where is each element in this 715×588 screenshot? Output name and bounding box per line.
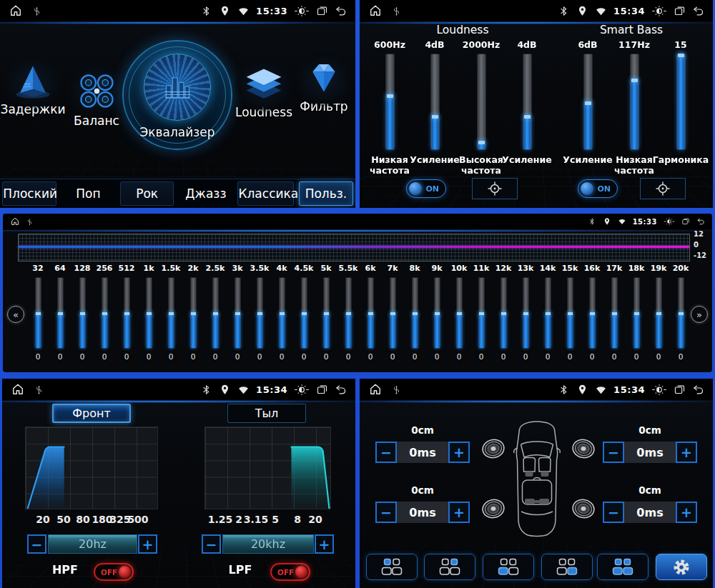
eq-band-slider[interactable] — [478, 277, 485, 349]
slider-track[interactable] — [523, 54, 532, 150]
loudness-slider[interactable]: 4dB Усиление — [412, 39, 458, 166]
eq-band[interactable]: 2.5k 0 — [204, 264, 227, 361]
eq-band[interactable]: 4k 0 — [270, 264, 293, 361]
eq-band[interactable]: 15k 0 — [558, 264, 581, 361]
eq-band[interactable]: 13k 0 — [514, 264, 537, 361]
hpf-off-toggle[interactable]: OFF — [94, 563, 134, 581]
preset-tab-Поп[interactable]: Поп — [61, 181, 116, 206]
delay-increase-button[interactable]: + — [448, 502, 470, 523]
preset-tab-Джазз[interactable]: Джазз — [179, 181, 233, 206]
eq-band[interactable]: 11k 0 — [470, 264, 493, 361]
slider-track[interactable] — [583, 54, 593, 150]
delay-decrease-button[interactable]: − — [375, 442, 397, 463]
eq-band-slider[interactable] — [168, 277, 174, 349]
eq-band[interactable]: 5.5k 0 — [337, 264, 360, 361]
eq-band[interactable]: 9k 0 — [425, 264, 448, 361]
slider-track[interactable] — [385, 54, 395, 150]
hpf-frequency-slider[interactable]: 20hz — [48, 534, 137, 554]
loudness-slider[interactable]: 15 Гармоника — [658, 39, 704, 166]
eq-band[interactable]: 17k 0 — [603, 264, 626, 361]
eq-band-slider[interactable] — [102, 277, 108, 349]
settings-button[interactable] — [656, 554, 707, 580]
brightness-icon[interactable] — [664, 216, 675, 226]
lpf-decrease-button[interactable]: − — [202, 534, 221, 554]
eq-band-slider[interactable] — [633, 277, 640, 349]
menu-item-equalizer[interactable]: Эквалайзер — [122, 40, 232, 150]
preset-tab-Польз.[interactable]: Польз. — [299, 181, 353, 206]
slider-track[interactable] — [630, 54, 639, 150]
page-left-button[interactable]: « — [7, 306, 24, 323]
home-icon[interactable] — [368, 382, 383, 397]
eq-band-slider[interactable] — [567, 277, 573, 349]
home-icon[interactable] — [10, 216, 20, 226]
eq-band-slider[interactable] — [434, 277, 440, 349]
eq-band[interactable]: 1.5k 0 — [159, 264, 182, 361]
menu-item-loudness[interactable]: Loudness — [232, 67, 296, 119]
eq-band[interactable]: 1k 0 — [137, 264, 160, 361]
eq-band-slider[interactable] — [57, 277, 64, 349]
eq-band[interactable]: 2k 0 — [182, 264, 204, 361]
eq-band[interactable]: 128 0 — [71, 264, 94, 361]
eq-band[interactable]: 3k 0 — [226, 264, 249, 361]
back-icon[interactable] — [335, 5, 347, 17]
brightness-icon[interactable] — [651, 383, 667, 397]
eq-band-slider[interactable] — [589, 277, 596, 349]
home-icon[interactable] — [368, 4, 383, 18]
home-icon[interactable] — [9, 4, 23, 18]
seat-config-front-right[interactable] — [424, 554, 475, 580]
eq-band[interactable]: 32 0 — [26, 264, 49, 361]
eq-band[interactable]: 20k 0 — [669, 264, 692, 361]
loudness-slider[interactable]: 117Hz Низкая частота — [611, 39, 657, 176]
eq-band[interactable]: 10k 0 — [448, 264, 470, 361]
recents-icon[interactable] — [674, 384, 686, 396]
loudness-on-toggle[interactable]: ON — [406, 179, 446, 198]
eq-band-slider[interactable] — [500, 277, 507, 349]
seat-config-rear-right[interactable] — [541, 554, 593, 580]
seat-config-all[interactable] — [597, 554, 649, 580]
delay-decrease-button[interactable]: − — [603, 502, 624, 523]
recents-icon[interactable] — [674, 5, 686, 17]
eq-band[interactable]: 18k 0 — [625, 264, 648, 361]
eq-band-slider[interactable] — [545, 277, 551, 349]
tab-rear[interactable]: Тыл — [227, 404, 306, 423]
eq-band-slider[interactable] — [301, 277, 307, 349]
delay-increase-button[interactable]: + — [448, 442, 470, 463]
menu-item-filter[interactable]: Фильтр — [295, 61, 353, 114]
loudness-reset-button[interactable] — [472, 178, 518, 199]
eq-band-slider[interactable] — [611, 277, 618, 349]
lpf-off-toggle[interactable]: OFF — [270, 563, 310, 581]
eq-band-slider[interactable] — [146, 277, 152, 349]
eq-band-slider[interactable] — [124, 277, 130, 349]
delay-increase-button[interactable]: + — [676, 502, 697, 523]
brightness-icon[interactable] — [651, 4, 667, 18]
back-icon[interactable] — [335, 384, 347, 396]
loudness-slider[interactable]: 600Hz Низкая частота — [367, 39, 413, 176]
brightness-icon[interactable] — [294, 383, 310, 397]
back-icon[interactable] — [692, 5, 704, 17]
lpf-frequency-slider[interactable]: 20khz — [222, 534, 314, 554]
lpf-increase-button[interactable]: + — [315, 534, 334, 554]
eq-band[interactable]: 512 0 — [115, 264, 138, 361]
eq-band-slider[interactable] — [678, 277, 684, 349]
slider-track[interactable] — [477, 54, 486, 150]
eq-band-slider[interactable] — [212, 277, 219, 349]
home-icon[interactable] — [11, 382, 25, 397]
loudness-slider[interactable]: 2000Hz Высокая частота — [458, 39, 504, 176]
eq-band-slider[interactable] — [235, 277, 241, 349]
eq-band[interactable]: 64 0 — [49, 264, 72, 361]
eq-band[interactable]: 6k 0 — [359, 264, 382, 361]
eq-band[interactable]: 19k 0 — [647, 264, 670, 361]
tab-front[interactable]: Фронт — [52, 404, 131, 423]
delay-decrease-button[interactable]: − — [603, 442, 624, 463]
eq-band[interactable]: 256 0 — [93, 264, 116, 361]
eq-band[interactable]: 14k 0 — [536, 264, 559, 361]
preset-tab-Рок[interactable]: Рок — [120, 181, 174, 206]
recents-icon[interactable] — [681, 217, 690, 226]
back-icon[interactable] — [696, 217, 705, 226]
eq-band-slider[interactable] — [345, 277, 352, 349]
eq-band[interactable]: 8k 0 — [403, 264, 426, 361]
eq-band-slider[interactable] — [456, 277, 463, 349]
eq-band-slider[interactable] — [279, 277, 285, 349]
menu-item-balance[interactable]: Баланс — [66, 69, 127, 128]
hpf-decrease-button[interactable]: − — [27, 534, 46, 554]
